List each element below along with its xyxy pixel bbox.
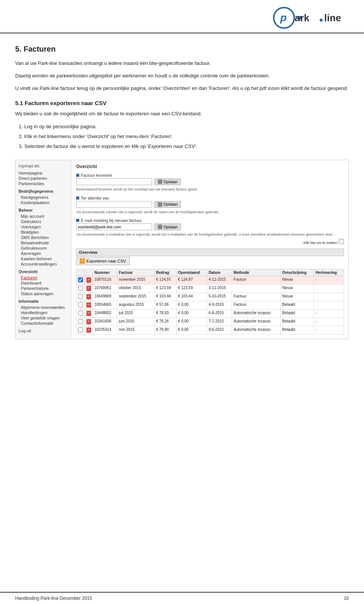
form-label-ter-attentie: Ter attentie van xyxy=(76,196,344,200)
pdf-icon[interactable]: P xyxy=(86,311,91,316)
cell-omschrijving: Betaald xyxy=(281,310,314,318)
sidebar-item-bedrijfsgegevens[interactable]: Bedrijfsgegevens xyxy=(19,189,68,194)
form-section-factuur-kenmerk: Factuur kenmerk Opslaan Bovenstaand kenm… xyxy=(76,173,344,192)
col-checkbox xyxy=(77,269,85,276)
sidebar-item-kostenplaatsen[interactable]: Kostenplaatsen xyxy=(19,200,68,205)
sidebar-item-accountinstellingen[interactable]: Accountinstellingen xyxy=(19,261,68,267)
save-icon xyxy=(158,179,162,184)
col-datum: Datum xyxy=(207,269,232,276)
sidebar-item-dashboard[interactable]: Dashboard xyxy=(19,280,68,286)
sidebar-item-bloktijden[interactable]: Bloktijden xyxy=(19,230,68,235)
sidebar-item-contactinformatie[interactable]: Contactinformatie xyxy=(19,321,68,326)
screenshot-mockup: Ingelogd als: Homepagina Direct parkeren… xyxy=(15,160,349,339)
sidebar-item-mijn-account[interactable]: Mijn account xyxy=(19,214,68,219)
export-btn-container: ☷ Exporteren naar CSV xyxy=(76,257,344,267)
row-checkbox[interactable] xyxy=(78,311,83,316)
row-checkbox[interactable] xyxy=(78,327,83,332)
cell-methode xyxy=(232,285,281,293)
search-checkbox[interactable] xyxy=(339,239,344,244)
sidebar-item-voertuigen[interactable]: Voertuigen xyxy=(19,224,68,230)
cell-factuur: augustus 2015 xyxy=(117,301,154,310)
email-melding-save-button[interactable]: Opslaan xyxy=(154,223,181,230)
sidebar-item-klantgegevens[interactable]: Klantgegevens xyxy=(19,195,68,200)
footer-page: 16 xyxy=(344,596,349,601)
cell-datum: 6-8-2015 xyxy=(207,310,232,318)
cell-factuur: september 2015 xyxy=(117,293,154,301)
cell-openstaand: € 0,00 xyxy=(176,326,207,335)
cell-factuur: juni 2015 xyxy=(117,318,154,326)
cell-nummer: 10649889 xyxy=(93,293,118,301)
cell-herinnering: - xyxy=(314,310,344,318)
sidebar-item-informatie[interactable]: Informatie xyxy=(19,299,68,304)
row-checkbox[interactable] xyxy=(78,302,83,307)
sidebar-item-status-aanvragen[interactable]: Status aanvragen xyxy=(19,291,68,296)
content-section-title: Overzicht xyxy=(76,164,344,169)
factuur-kenmerk-save-button[interactable]: Opslaan xyxy=(154,178,181,185)
col-methode: Methode xyxy=(232,269,281,276)
cell-methode: Automatische incasso xyxy=(232,310,281,318)
cell-bedrag: € 78,26 xyxy=(154,318,176,326)
cell-herinnering xyxy=(314,293,344,301)
cell-methode: Automatische incasso xyxy=(232,318,281,326)
table-row: P10554665augustus 2015€ 57,06€ 0,004-9-2… xyxy=(77,301,344,310)
step-2: Klik in het linkermenu onder 'Overzicht'… xyxy=(24,132,349,141)
cell-herinnering xyxy=(314,301,344,310)
table-row: P10768961oktober 2015€ 123,59€ 123,593-1… xyxy=(77,285,344,293)
footer-left: Handleiding Park-line December 2015 xyxy=(15,596,92,601)
table-row: P10341606juni 2015€ 78,26€ 0,007-7-2015A… xyxy=(77,318,344,326)
sidebar-item-gebruiksvorm[interactable]: Gebruiksvorm xyxy=(19,245,68,251)
row-checkbox[interactable] xyxy=(78,319,83,324)
col-herinnering: Herinnering xyxy=(314,269,344,276)
sidebar-item-facturen[interactable]: Facturen xyxy=(19,275,68,280)
sidebar-item-handleidingen[interactable]: Handleidingen xyxy=(19,310,68,315)
sidebar-item-gebruikers[interactable]: Gebruikers xyxy=(19,219,68,224)
export-csv-button[interactable]: ☷ Exporteren naar CSV xyxy=(76,257,130,265)
pdf-icon[interactable]: P xyxy=(86,327,91,333)
form-label-email-melding: E mail melding bij nieuwe factuur xyxy=(76,218,344,223)
sidebar-item-overzicht[interactable]: Overzicht xyxy=(19,269,68,274)
row-checkbox[interactable] xyxy=(78,277,83,282)
sidebar-item-sms-berichten[interactable]: SMS Berichten xyxy=(19,235,68,240)
cell-nummer: 10341606 xyxy=(93,318,118,326)
sidebar-item-kaarten-beheren[interactable]: Kaarten beheren xyxy=(19,256,68,261)
sidebar-item-aanvragen[interactable]: Aanvragen xyxy=(19,251,68,256)
form-label-factuur-kenmerk: Factuur kenmerk xyxy=(76,173,344,178)
pdf-icon[interactable]: P xyxy=(86,302,91,308)
form-row-factuur-kenmerk: Opslaan xyxy=(76,178,344,185)
sidebar-item-algemene-voorwaarden[interactable]: Algemene voorwaarden xyxy=(19,305,68,310)
sidebar-item-parkeeracties[interactable]: Parkeeracties xyxy=(19,181,68,186)
pdf-icon[interactable]: P xyxy=(86,277,91,283)
pdf-icon[interactable]: P xyxy=(86,286,91,291)
section-5-para3: U vindt uw Park-line factuur terug op de… xyxy=(15,85,349,93)
sidebar-item-direct-parkeren[interactable]: Direct parkeren xyxy=(19,176,68,181)
cell-herinnering xyxy=(314,285,344,293)
pdf-icon[interactable]: P xyxy=(86,294,91,299)
row-checkbox[interactable] xyxy=(78,294,83,299)
page-footer: Handleiding Park-line December 2015 16 xyxy=(0,592,364,604)
sidebar-item-veel-gestelde-vragen[interactable]: Veel gestelde vragen xyxy=(19,315,68,321)
sidebar-item-betaalmethode[interactable]: Betaalmethode xyxy=(19,240,68,245)
main-content: 5. Facturen Van al uw Park-line transact… xyxy=(0,33,364,362)
cell-herinnering: - xyxy=(314,326,344,335)
cell-omschrijving: Nieuw xyxy=(281,285,314,293)
factuur-kenmerk-input[interactable] xyxy=(76,178,152,185)
cell-bedrag: € 123,59 xyxy=(154,285,176,293)
row-checkbox[interactable] xyxy=(78,286,83,291)
ter-attentie-save-button[interactable]: Opslaan xyxy=(154,201,181,208)
cell-factuur: november 2015 xyxy=(117,276,154,285)
email-melding-input[interactable] xyxy=(76,223,152,230)
blue-square-icon-3 xyxy=(76,219,79,222)
cell-datum: 5-10-2015 xyxy=(207,293,232,301)
cell-herinnering: - xyxy=(314,318,344,326)
sidebar-item-beheer[interactable]: Beheer xyxy=(19,208,68,213)
ter-attentie-hint: Als bovenstaande rubriek niet is ingevul… xyxy=(76,209,344,214)
sidebar-item-parkeerhistorie[interactable]: Parkeerhistorie xyxy=(19,286,68,291)
cell-datum: 7-7-2015 xyxy=(207,318,232,326)
cell-methode: Factuur xyxy=(232,293,281,301)
ter-attentie-input[interactable] xyxy=(76,201,152,208)
col-nummer: Nummer xyxy=(93,269,118,276)
invoice-table: Nummer Factuur Bedrag Openstaand Datum M… xyxy=(76,269,344,335)
sidebar-item-log-uit[interactable]: Log uit xyxy=(19,328,68,333)
sidebar-item-homepagina[interactable]: Homepagina xyxy=(19,170,68,176)
pdf-icon[interactable]: P xyxy=(86,319,91,324)
